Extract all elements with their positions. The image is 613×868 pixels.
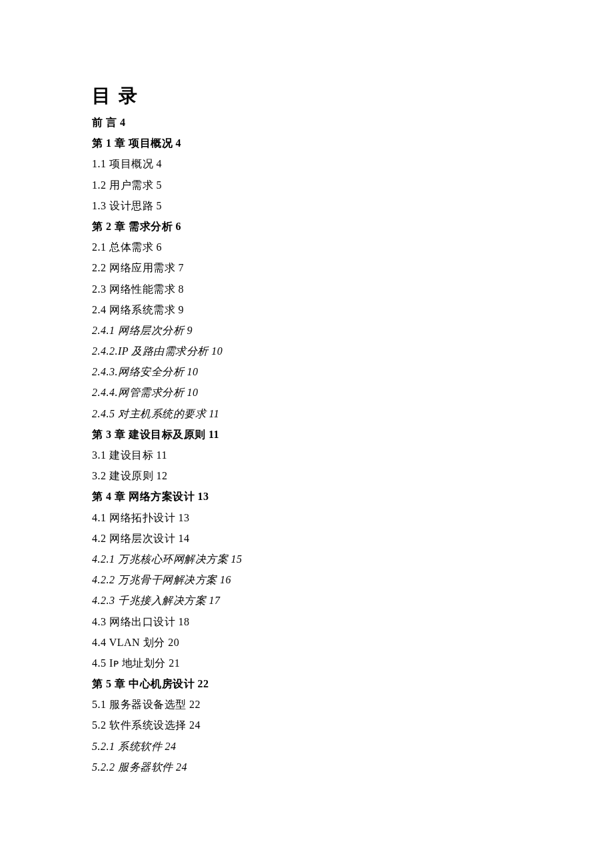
toc-entry: 前 言 4: [92, 117, 613, 128]
toc-entry: 1.2 用户需求 5: [92, 180, 613, 191]
toc-entry: 2.2 网络应用需求 7: [92, 263, 613, 273]
toc-entry: 4.4 VLAN 划分 20: [92, 637, 613, 648]
toc-entry: 第 5 章 中心机房设计 22: [92, 679, 613, 689]
toc-entry: 4.2.3 千兆接入解决方案 17: [92, 595, 613, 606]
toc-entry: 4.2.1 万兆核心环网解决方案 15: [92, 554, 613, 565]
toc-entry: 4.3 网络出口设计 18: [92, 617, 613, 627]
toc-entry: 5.2 软件系统设选择 24: [92, 720, 613, 731]
toc-entry: 第 4 章 网络方案设计 13: [92, 491, 613, 502]
toc-entry: 1.1 项目概况 4: [92, 159, 613, 169]
toc-entry: 2.4.2.IP 及路由需求分析 10: [92, 346, 613, 357]
toc-entry: 第 2 章 需求分析 6: [92, 221, 613, 232]
toc-entry: 2.4 网络系统需求 9: [92, 305, 613, 315]
toc-entry: 2.4.1 网络层次分析 9: [92, 325, 613, 336]
toc-entry: 2.4.5 对主机系统的要求 11: [92, 409, 613, 419]
toc-entry: 4.2.2 万兆骨干网解决方案 16: [92, 575, 613, 585]
toc-entry: 3.2 建设原则 12: [92, 471, 613, 481]
toc-heading: 目录: [92, 87, 613, 105]
toc-entry: 5.2.2 服务器软件 24: [92, 762, 613, 773]
toc-entry: 2.4.3.网络安全分析 10: [92, 367, 613, 377]
toc-entry: 5.1 服务器设备选型 22: [92, 699, 613, 710]
toc-list: 前 言 4第 1 章 项目概况 41.1 项目概况 41.2 用户需求 51.3…: [92, 117, 613, 773]
toc-entry: 2.3 网络性能需求 8: [92, 284, 613, 295]
toc-entry: 4.2 网络层次设计 14: [92, 533, 613, 544]
toc-entry: 1.3 设计思路 5: [92, 201, 613, 211]
toc-entry: 第 3 章 建设目标及原则 11: [92, 429, 613, 440]
toc-entry: 2.4.4.网管需求分析 10: [92, 387, 613, 398]
toc-entry: 4.5 Iᴘ 地址划分 21: [92, 658, 613, 669]
toc-entry: 5.2.1 系统软件 24: [92, 741, 613, 752]
toc-entry: 2.1 总体需求 6: [92, 242, 613, 253]
toc-entry: 第 1 章 项目概况 4: [92, 138, 613, 149]
toc-entry: 4.1 网络拓扑设计 13: [92, 513, 613, 523]
toc-entry: 3.1 建设目标 11: [92, 450, 613, 461]
